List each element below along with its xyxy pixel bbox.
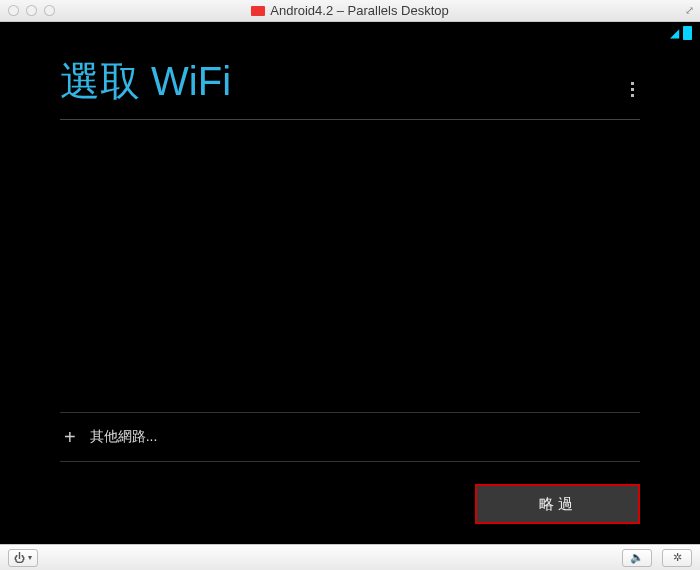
chevron-down-icon: ▾ [28, 553, 32, 562]
wifi-setup-panel: 選取 WiFi + 其他網路... 略過 [0, 44, 700, 544]
wifi-network-list [60, 120, 640, 412]
parallels-bottom-toolbar: ⏻ ▾ 🔈 ✲ [0, 544, 700, 570]
speaker-icon: 🔈 [630, 551, 644, 564]
add-other-network[interactable]: + 其他網路... [60, 413, 640, 461]
parallels-app-icon [251, 6, 265, 16]
titlebar-right: ⤢ [685, 4, 694, 17]
power-icon: ⏻ [14, 552, 25, 564]
android-status-bar: ◢ [0, 22, 700, 44]
battery-icon [683, 26, 692, 40]
overflow-menu-icon[interactable] [625, 76, 640, 103]
plus-icon: + [64, 427, 76, 447]
other-network-label: 其他網路... [90, 428, 158, 446]
window-title-area: Android4.2 – Parallels Desktop [0, 3, 700, 18]
android-screen: ◢ 選取 WiFi + 其他網路... 略過 [0, 22, 700, 544]
bottombar-right: 🔈 ✲ [622, 549, 692, 567]
settings-button[interactable]: ✲ [662, 549, 692, 567]
page-title: 選取 WiFi [60, 54, 231, 109]
gear-icon: ✲ [673, 551, 682, 564]
sound-button[interactable]: 🔈 [622, 549, 652, 567]
power-menu-button[interactable]: ⏻ ▾ [8, 549, 38, 567]
skip-button-label: 略過 [539, 495, 577, 514]
signal-icon: ◢ [670, 26, 679, 40]
bottombar-left: ⏻ ▾ [8, 549, 38, 567]
mac-titlebar: Android4.2 – Parallels Desktop ⤢ [0, 0, 700, 22]
button-row: 略過 [60, 462, 640, 524]
window-title: Android4.2 – Parallels Desktop [270, 3, 449, 18]
titlebar-expand-icon[interactable]: ⤢ [685, 4, 694, 17]
wifi-title-row: 選取 WiFi [60, 54, 640, 120]
skip-button[interactable]: 略過 [475, 484, 640, 524]
